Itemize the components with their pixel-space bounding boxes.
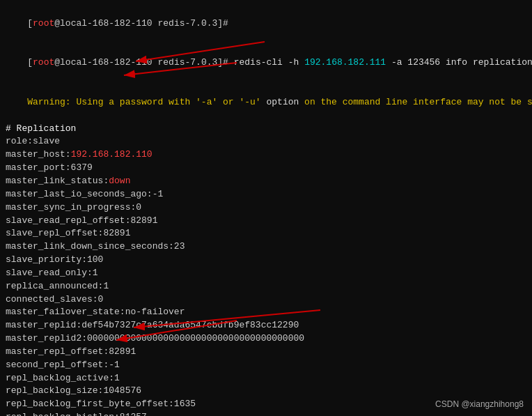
line-2-command: [root@local-168-182-110 redis-7.0.3]# re… — [6, 44, 526, 84]
line-8: master_link_status:down — [6, 175, 526, 188]
line-18: master_failover_state:no-failover — [6, 306, 526, 319]
line-22: second_repl_offset:-1 — [6, 359, 526, 372]
line-16: replica_announced:1 — [6, 280, 526, 293]
line-12: slave_repl_offset:82891 — [6, 227, 526, 240]
line-15: slave_read_only:1 — [6, 267, 526, 280]
watermark: CSDN @xiangzhihong8 — [435, 399, 524, 409]
line-13: master_link_down_since_seconds:23 — [6, 240, 526, 254]
line-24: repl_backlog_size:1048576 — [6, 385, 526, 398]
line-4: # Replication — [6, 123, 526, 136]
line-3-warning: Warning: Using a password with '-a' or '… — [6, 83, 526, 123]
line-14: slave_priority:100 — [6, 254, 526, 267]
terminal-window: [root@local-168-182-110 redis-7.0.3]# [r… — [0, 0, 532, 416]
line-11: slave_read_repl_offset:82891 — [6, 215, 526, 228]
line-17: connected_slaves:0 — [6, 293, 526, 307]
line-20: master_replid2:0000000000000000000000000… — [6, 332, 526, 346]
line-1: [root@local-168-182-110 redis-7.0.3]# — [6, 4, 526, 44]
line-9: master_last_io_seconds_ago:-1 — [6, 188, 526, 201]
line-10: master_sync_in_progress:0 — [6, 201, 526, 215]
line-7: master_port:6379 — [6, 162, 526, 175]
line-23: repl_backlog_active:1 — [6, 372, 526, 385]
line-6: master_host:192.168.182.110 — [6, 148, 526, 162]
line-5: role:slave — [6, 135, 526, 148]
line-19: master_replid:def54b7327c7a634ada6547ebd… — [6, 319, 526, 332]
line-26: repl_backlog_histlen:81257 — [6, 411, 526, 416]
line-21: master_repl_offset:82891 — [6, 346, 526, 359]
